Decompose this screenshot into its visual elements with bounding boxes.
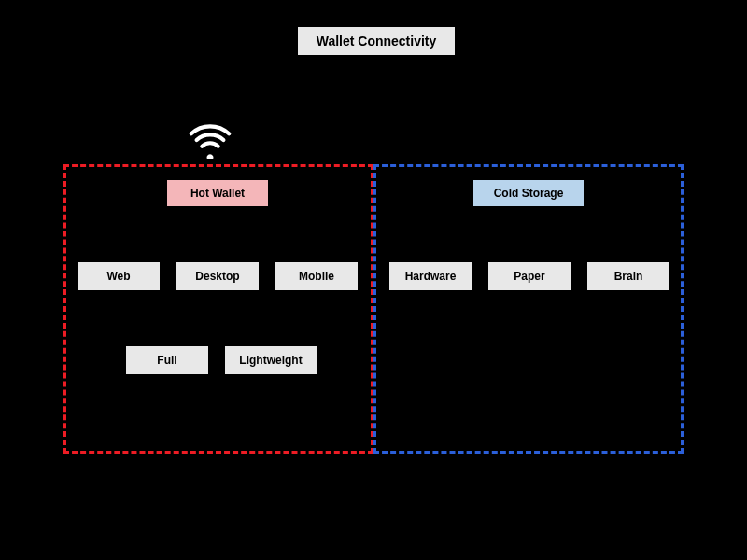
cold-item-brain: Brain bbox=[586, 261, 670, 291]
hot-item-desktop: Desktop bbox=[176, 261, 260, 291]
hot-wallet-header: Hot Wallet bbox=[166, 179, 269, 207]
cold-item-paper: Paper bbox=[487, 261, 571, 291]
hot-item-lightweight: Lightweight bbox=[224, 345, 317, 375]
cold-item-hardware: Hardware bbox=[388, 261, 472, 291]
hot-item-mobile: Mobile bbox=[275, 261, 359, 291]
wifi-icon bbox=[189, 121, 232, 159]
cold-storage-region bbox=[374, 164, 684, 454]
diagram-title: Wallet Connectivity bbox=[297, 26, 456, 56]
hot-wallet-region bbox=[63, 164, 374, 454]
hot-item-full: Full bbox=[125, 345, 209, 375]
cold-storage-header: Cold Storage bbox=[472, 179, 585, 207]
hot-item-web: Web bbox=[77, 261, 161, 291]
